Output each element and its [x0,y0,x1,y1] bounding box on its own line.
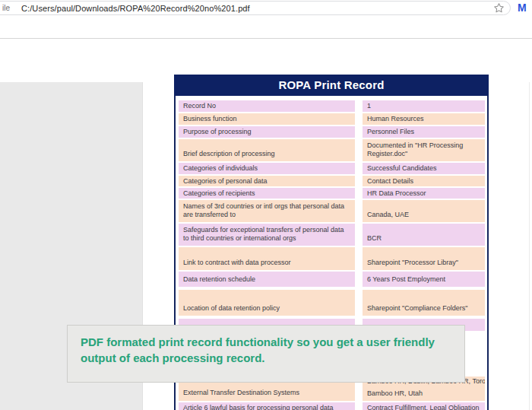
row-value: Human Resources [363,113,485,125]
row-value: Contact Details [363,176,485,186]
file-scheme-label: ile [2,4,10,12]
row-label: Categories of individuals [179,163,355,174]
row-value: Documented in "HR Processing Register.do… [363,139,485,161]
row-label: Categories of personal data [179,176,355,186]
row-label: Location of data retention policy [179,290,355,316]
row-value-line: Bamboo HR, Utah [367,389,423,398]
table-row: Categories of individuals Successful Can… [179,163,485,174]
table-row: Business function Human Resources [179,113,485,125]
pdf-toolbar [0,17,532,39]
row-label: Purpose of processing [179,126,355,138]
table-row: Data retention schedule 6 Years Post Emp… [179,272,485,287]
ropa-record-title: ROPA Print Record [174,75,489,96]
table-row: Article 6 lawful basis for processing pe… [179,402,485,410]
row-value: Canada, UAE [363,200,485,222]
row-label: Record No [179,100,355,112]
table-row: Record No 1 [179,100,485,112]
row-label: Business function [179,113,355,125]
row-label: Names of 3rd countries or intl orgs that… [179,200,355,222]
row-value: Sharepoint "Compliance Folders" [363,290,485,316]
table-row: Purpose of processing Personnel Files [179,126,485,138]
table-row: Safeguards for exceptional transfers of … [179,224,485,246]
table-row: Link to contract with data processor Sha… [179,247,485,270]
row-value: 1 [363,100,485,112]
annotation-callout: PDF formated print record functionality … [67,325,465,383]
row-label: Categories of recipients [179,188,355,199]
table-row: Categories of personal data Contact Deta… [179,176,485,186]
scrollbar-track[interactable] [529,82,530,410]
row-label: Data retention schedule [179,272,355,287]
row-label: Brief description of processing [179,139,355,161]
row-value: Sharepoint "Processor Libray" [363,247,485,270]
annotation-text: PDF formated print record functionality … [81,334,465,366]
row-value: BCR [363,224,485,246]
table-row: Location of data retention policy Sharep… [179,290,485,316]
row-label: Link to contract with data processor [179,247,355,270]
table-row: Brief description of processing Document… [179,139,485,161]
row-value: Personnel Files [363,126,485,138]
table-row: Categories of recipients HR Data Process… [179,188,485,199]
browser-top-bar: ile C:/Users/paul/Downloads/ROPA%20Recor… [0,0,532,17]
extension-m-icon[interactable]: M [518,2,527,14]
table-row: Names of 3rd countries or intl orgs that… [179,200,485,222]
address-url-text[interactable]: C:/Users/paul/Downloads/ROPA%20Record%20… [21,4,250,13]
row-value: 6 Years Post Employment [363,272,485,287]
row-value: Successful Candidates [363,163,485,174]
row-label: Article 6 lawful basis for processing pe… [179,402,355,410]
row-value: HR Data Processor [363,188,485,199]
row-value: Contract Fulfillment, Legal Obligation [363,402,485,410]
favorite-star-icon[interactable] [493,2,505,14]
row-label: Safeguards for exceptional transfers of … [179,224,355,246]
